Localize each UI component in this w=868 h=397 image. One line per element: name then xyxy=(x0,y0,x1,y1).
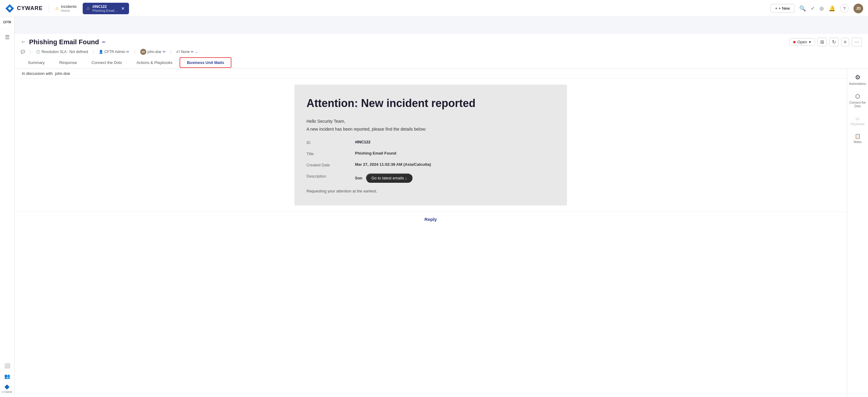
email-field-title: Title Phishing Email Found xyxy=(307,151,555,156)
page-header: ← Phishing Email Found ✏ Open ▾ ⊞ ↻ ≡ ⋯ … xyxy=(14,34,868,69)
main-content: In discussion with john.doe Attention: N… xyxy=(14,69,847,397)
search-button[interactable]: 🔍 xyxy=(799,5,806,12)
sidebar-item-cftr[interactable]: CFTR xyxy=(3,21,11,24)
cyware-small-icon xyxy=(4,384,10,390)
meta-sep-2: | xyxy=(93,50,94,54)
reply-button[interactable]: Reply xyxy=(425,217,437,222)
screen-icon: ⬜ xyxy=(4,363,10,369)
tab-business-unit-mails-label: Business Unit Mails xyxy=(187,60,224,65)
page-title: Phishing Email Found xyxy=(29,38,99,46)
title-row: ← Phishing Email Found ✏ Open ▾ ⊞ ↻ ≡ ⋯ xyxy=(21,37,862,46)
svg-marker-3 xyxy=(4,385,10,390)
tab-response-label: Response xyxy=(59,60,77,65)
tab-close-button[interactable]: ✕ xyxy=(121,6,125,11)
tab-actions-playbooks-label: Actions & Playbooks xyxy=(136,60,173,65)
rs-automations[interactable]: ⚙ Automations xyxy=(849,74,866,86)
incidents-nav[interactable]: ⚠ Incidents Home xyxy=(53,3,79,13)
tab-title: Phishing Email ... xyxy=(92,9,118,12)
sla-text: Resolution SLA : Not defined xyxy=(41,50,88,54)
assignee-label: CFTR Admin xyxy=(104,50,125,54)
meta-sep-4: | xyxy=(170,50,172,54)
tab-summary[interactable]: Summary xyxy=(21,57,52,68)
playbooks-label: Playbooks xyxy=(850,122,864,126)
rs-notes[interactable]: 📋 Notes xyxy=(854,133,861,144)
right-sidebar: ⚙ Automations ⬡ Connect the Dots ⚏ Playb… xyxy=(847,69,868,397)
back-button[interactable]: ← xyxy=(21,39,26,45)
meta-row: 💬 | 🕐 Resolution SLA : Not defined | 👤 C… xyxy=(21,49,862,57)
reporter-avatar: JD xyxy=(140,49,146,55)
warning-icon: ⚠ xyxy=(55,6,59,11)
tags-chevron: ⌄ xyxy=(195,50,198,54)
goto-latest-emails-button[interactable]: Go to latest emails ↓ xyxy=(366,173,412,183)
discussion-label: In discussion with xyxy=(22,71,53,76)
new-button-label: + New xyxy=(779,6,790,10)
connect-dots-icon: ⬡ xyxy=(855,93,860,100)
sidebar-item-users[interactable]: 👥 xyxy=(4,373,10,379)
nav-divider xyxy=(49,4,49,13)
rs-playbooks[interactable]: ⚏ Playbooks xyxy=(850,115,864,126)
loader-button[interactable]: ◎ xyxy=(819,5,824,11)
sidebar-item-screen[interactable]: ⬜ xyxy=(4,363,10,369)
tags-icon: 🏷 xyxy=(176,50,180,54)
discussion-bar: In discussion with john.doe xyxy=(14,69,847,79)
view-columns-button[interactable]: ⊞ xyxy=(817,37,827,46)
reporter-item: JD john.doe ✏ xyxy=(140,49,166,55)
sla-icon: 🕐 xyxy=(36,50,40,54)
discussion-user: john.doe xyxy=(55,71,70,76)
title-edit-icon[interactable]: ✏ xyxy=(102,40,106,45)
notifications-button[interactable]: 🔔 xyxy=(829,5,835,12)
chat-icon: 💬 xyxy=(21,50,25,54)
email-field-id: ID #INC122 xyxy=(307,140,555,145)
email-subject: Attention: New incident reported xyxy=(307,97,555,110)
playbooks-icon: ⚏ xyxy=(855,115,860,121)
tab-business-unit-mails[interactable]: Business Unit Mails xyxy=(180,57,231,68)
tasks-button[interactable]: ✓ xyxy=(811,5,815,11)
email-greeting: Hello Security Team, xyxy=(307,119,555,124)
title-left: ← Phishing Email Found ✏ xyxy=(21,38,106,46)
tags-edit-icon[interactable]: ✏ xyxy=(191,50,194,54)
sidebar-item-cyware[interactable]: CYWARE xyxy=(2,384,12,393)
incidents-sub: Home xyxy=(61,9,76,12)
status-label: Open xyxy=(798,40,807,44)
tab-response[interactable]: Response xyxy=(52,57,85,68)
tags-item: 🏷 None ✏ ⌄ xyxy=(176,50,198,54)
notes-label: Notes xyxy=(854,140,861,144)
tab-warn-icon: ⚠ xyxy=(86,6,90,10)
plus-icon: + xyxy=(775,6,777,10)
status-badge[interactable]: Open ▾ xyxy=(789,38,815,46)
user-avatar[interactable]: JD xyxy=(854,4,863,13)
sidebar-item-menu[interactable]: ☰ xyxy=(5,34,10,40)
list-view-button[interactable]: ≡ xyxy=(841,38,849,46)
id-value: #INC122 xyxy=(355,140,370,144)
title-label: Title xyxy=(307,151,355,156)
incidents-label: Incidents xyxy=(61,4,76,9)
status-chevron: ▾ xyxy=(809,40,811,44)
status-dot xyxy=(793,41,796,43)
tab-connect-dots[interactable]: Connect the Dots xyxy=(84,57,129,68)
goto-button-label: Go to latest emails ↓ xyxy=(371,176,407,180)
nav-actions: + + New 🔍 ✓ ◎ 🔔 ? JD xyxy=(771,4,863,13)
help-button[interactable]: ? xyxy=(840,4,848,13)
id-label: ID xyxy=(307,140,355,145)
cyware-logo[interactable] xyxy=(5,4,14,13)
logo-area: CYWARE xyxy=(5,4,43,13)
reply-bar: Reply xyxy=(14,211,847,227)
active-tab-pill[interactable]: ⚠ #INC122 Phishing Email ... ✕ xyxy=(83,3,129,14)
email-body: A new incident has been reported, please… xyxy=(307,126,555,133)
tab-connect-dots-label: Connect the Dots xyxy=(91,60,122,65)
assignee-icon: 👤 xyxy=(99,50,103,54)
logo-text: CYWARE xyxy=(17,5,43,11)
tab-actions-playbooks[interactable]: Actions & Playbooks xyxy=(129,57,180,68)
resolution-sla: 🕐 Resolution SLA : Not defined xyxy=(36,50,88,54)
email-footer: Requesting your attention at the earlies… xyxy=(307,189,555,193)
more-options-button[interactable]: ⋯ xyxy=(851,37,862,46)
rs-connect-dots[interactable]: ⬡ Connect the Dots xyxy=(848,93,867,108)
tabs-row: Summary Response Connect the Dots Action… xyxy=(21,57,862,68)
meta-sep-1: | xyxy=(30,50,31,54)
tab-summary-label: Summary xyxy=(28,60,45,65)
tags-label: None xyxy=(181,50,190,54)
reporter-edit-icon[interactable]: ✏ xyxy=(163,50,166,54)
refresh-button[interactable]: ↻ xyxy=(829,37,839,46)
assignee-edit-icon[interactable]: ✏ xyxy=(126,50,129,54)
new-button[interactable]: + + New xyxy=(771,4,795,13)
